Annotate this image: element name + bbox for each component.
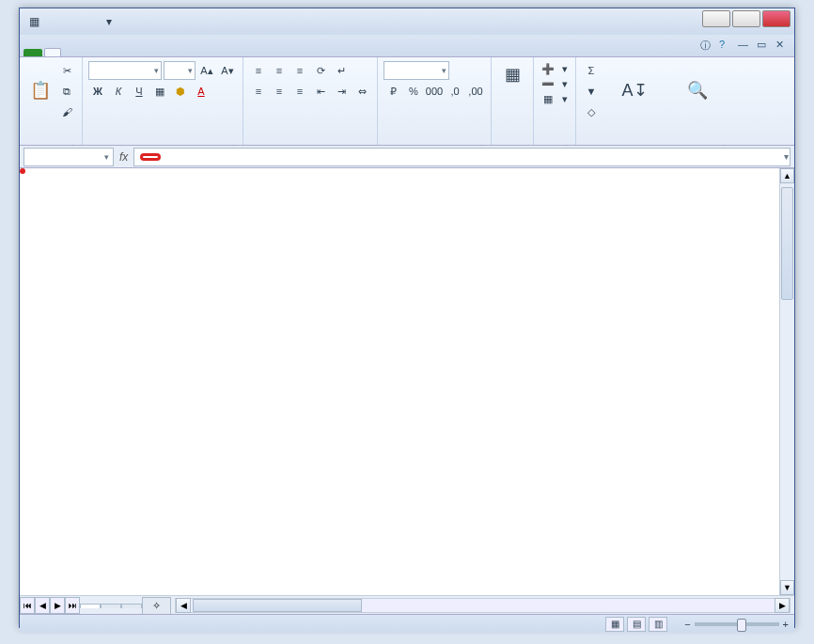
zoom-out-button[interactable]: − [684,619,690,630]
find-select-button[interactable]: 🔍 [668,77,727,105]
maximize-button[interactable] [732,10,760,27]
bold-icon[interactable]: Ж [88,82,107,101]
wrap-text-icon[interactable]: ↵ [332,61,351,80]
group-editing: Σ ▼ ◇ А↧ 🔍 [576,57,732,145]
minimize-ribbon-icon[interactable]: ⓘ [700,39,713,52]
tab-review[interactable] [121,49,136,56]
page-break-view-icon[interactable]: ▥ [649,617,667,632]
tab-view[interactable] [136,49,151,56]
paste-button[interactable]: 📋 [25,77,55,105]
increase-indent-icon[interactable]: ⇥ [332,82,351,101]
tab-formulas[interactable] [91,49,106,56]
horizontal-scrollbar[interactable]: ◀ ▶ [175,598,791,613]
next-sheet-button[interactable]: ▶ [50,597,65,614]
tab-developer[interactable] [151,49,166,56]
sheet-nav: ⏮ ◀ ▶ ⏭ [20,597,80,614]
currency-icon[interactable]: ₽ [384,82,402,101]
align-center-icon[interactable]: ≡ [270,82,289,101]
normal-view-icon[interactable]: ▦ [605,617,624,632]
page-layout-view-icon[interactable]: ▤ [627,617,646,632]
tab-abbyy[interactable] [196,49,211,56]
zoom-slider[interactable] [695,622,779,626]
fx-icon[interactable]: fx [119,150,128,164]
prev-sheet-button[interactable]: ◀ [35,597,50,614]
qat-customize-icon[interactable]: ▾ [101,13,117,30]
format-cell-icon: ▦ [541,92,555,105]
align-right-icon[interactable]: ≡ [290,82,309,101]
expand-formula-bar-icon[interactable]: ▾ [784,151,789,162]
tab-layout[interactable] [76,49,91,56]
align-top-icon[interactable]: ≡ [249,61,268,80]
undo-icon[interactable] [63,13,80,30]
group-font: A▴ A▾ Ж К Ч ▦ ⬢ A [83,57,243,145]
formula-input[interactable] [133,148,791,166]
styles-button[interactable]: ▦ [497,61,527,89]
scroll-left-button[interactable]: ◀ [176,598,191,613]
increase-font-icon[interactable]: A▴ [197,61,216,80]
tab-addins[interactable] [166,49,181,56]
cells-delete-button[interactable]: ➖ ▾ [540,76,570,91]
new-sheet-button[interactable]: ✧ [142,597,171,614]
tab-insert[interactable] [61,49,76,56]
scroll-down-button[interactable]: ▼ [780,580,794,595]
italic-icon[interactable]: К [109,82,128,101]
zoom-in-button[interactable]: + [783,619,789,630]
sheet-tab-2[interactable] [101,604,121,608]
close-button[interactable] [762,10,791,27]
group-number: ₽ % 000 ,0 ,00 [378,57,492,145]
font-name-combo[interactable] [88,61,162,80]
sheet-tab-bar: ⏮ ◀ ▶ ⏭ ✧ ◀ ▶ [20,595,794,614]
vscroll-thumb[interactable] [781,187,793,300]
minimize-button[interactable] [702,10,730,27]
copy-icon[interactable]: ⧉ [57,82,76,101]
align-middle-icon[interactable]: ≡ [270,61,289,80]
cells-insert-button[interactable]: ➕ ▾ [540,61,570,76]
mdi-restore-icon[interactable]: ▭ [757,39,770,52]
font-size-combo[interactable] [164,61,196,80]
increase-decimal-icon[interactable]: ,0 [446,82,464,101]
decrease-indent-icon[interactable]: ⇤ [311,82,330,101]
cut-icon[interactable]: ✂ [57,61,76,80]
last-sheet-button[interactable]: ⏭ [65,597,80,614]
number-format-combo[interactable] [384,61,449,80]
fill-icon[interactable]: ▼ [582,82,601,101]
autosum-icon[interactable]: Σ [582,61,601,80]
mdi-min-icon[interactable]: — [738,39,751,52]
help-icon[interactable]: ? [719,39,732,52]
sort-filter-button[interactable]: А↧ [603,77,666,105]
format-painter-icon[interactable]: 🖌 [57,102,76,121]
scroll-up-button[interactable]: ▲ [780,168,794,183]
tab-file[interactable] [23,49,42,56]
name-box[interactable] [23,148,114,166]
view-buttons: ▦ ▤ ▥ [605,617,667,632]
decrease-font-icon[interactable]: A▾ [218,61,237,80]
save-icon[interactable] [44,13,61,30]
orientation-icon[interactable]: ⟳ [311,61,330,80]
vertical-scrollbar[interactable]: ▲ ▼ [779,168,794,595]
tab-foxit[interactable] [181,49,196,56]
cells-format-button[interactable]: ▦ ▾ [540,91,570,106]
underline-icon[interactable]: Ч [130,82,149,101]
fill-color-icon[interactable]: ⬢ [171,82,190,101]
font-color-icon[interactable]: A [192,82,211,101]
merge-icon[interactable]: ⇔ [352,82,371,101]
excel-icon[interactable]: ▦ [25,13,42,30]
mdi-close-icon[interactable]: ✕ [775,39,789,52]
align-bottom-icon[interactable]: ≡ [290,61,309,80]
selection-highlight [20,168,25,174]
align-left-icon[interactable]: ≡ [249,82,268,101]
group-clipboard: 📋 ✂ ⧉ 🖌 [20,57,83,145]
tab-home[interactable] [44,48,61,56]
sheet-tab-1[interactable] [80,604,101,608]
border-icon[interactable]: ▦ [150,82,169,101]
tab-data[interactable] [106,49,121,56]
sheet-tab-3[interactable] [121,604,142,608]
first-sheet-button[interactable]: ⏮ [20,597,35,614]
clear-icon[interactable]: ◇ [582,102,601,121]
scroll-right-button[interactable]: ▶ [775,598,790,613]
redo-icon[interactable] [82,13,99,30]
comma-icon[interactable]: 000 [425,82,444,101]
percent-icon[interactable]: % [404,82,423,101]
decrease-decimal-icon[interactable]: ,00 [466,82,485,101]
hscroll-thumb[interactable] [193,599,362,612]
